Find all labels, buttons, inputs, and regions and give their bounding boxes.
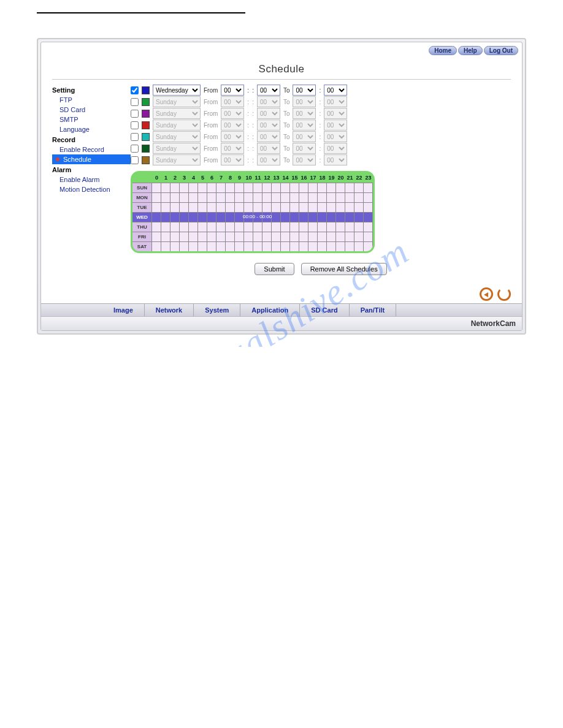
- cal-cell[interactable]: [345, 232, 354, 241]
- cal-cell[interactable]: [161, 212, 170, 222]
- cal-cell[interactable]: [308, 232, 318, 241]
- cal-cell[interactable]: [290, 202, 299, 212]
- cal-cell[interactable]: [198, 222, 207, 232]
- cal-cell[interactable]: [354, 232, 364, 241]
- cal-cell[interactable]: [161, 222, 170, 232]
- cal-cell[interactable]: [336, 241, 345, 251]
- from-h-select[interactable]: 00: [221, 96, 244, 107]
- cal-cell[interactable]: [308, 222, 318, 232]
- submit-button[interactable]: Submit: [255, 263, 294, 275]
- sidebar-item-language[interactable]: Language: [52, 124, 131, 134]
- cal-cell[interactable]: [364, 222, 373, 232]
- cal-cell[interactable]: [216, 183, 226, 192]
- cal-cell[interactable]: [161, 232, 170, 241]
- cal-cell[interactable]: [180, 212, 189, 222]
- from-h-select[interactable]: 00: [221, 131, 244, 142]
- cal-cell[interactable]: [281, 212, 290, 222]
- sidebar-item-motion-detection[interactable]: Motion Detection: [52, 184, 131, 194]
- cal-cell[interactable]: [152, 222, 161, 232]
- cal-cell[interactable]: [189, 192, 198, 202]
- cal-cell[interactable]: [198, 232, 207, 241]
- to-m-select[interactable]: 00: [324, 85, 347, 96]
- row-enable-checkbox[interactable]: [131, 98, 139, 106]
- cal-cell[interactable]: [272, 241, 281, 251]
- cal-cell[interactable]: [207, 232, 216, 241]
- cal-cell[interactable]: [318, 241, 327, 251]
- cal-cell[interactable]: [336, 232, 345, 241]
- tab-system[interactable]: System: [194, 304, 240, 316]
- cal-cell[interactable]: [253, 202, 262, 212]
- tab-network[interactable]: Network: [145, 304, 194, 316]
- cal-cell[interactable]: [364, 183, 373, 192]
- remove-all-button[interactable]: Remove All Schedules: [301, 263, 387, 275]
- cal-cell[interactable]: [364, 212, 373, 222]
- cal-cell[interactable]: [336, 192, 345, 202]
- cal-cell[interactable]: [244, 202, 253, 212]
- cal-cell[interactable]: [152, 192, 161, 202]
- day-select[interactable]: Sunday: [153, 119, 201, 131]
- cal-cell[interactable]: [198, 192, 207, 202]
- cal-cell[interactable]: [235, 192, 244, 202]
- cal-cell[interactable]: [253, 192, 262, 202]
- cal-cell[interactable]: [189, 212, 198, 222]
- cal-cell[interactable]: [281, 202, 290, 212]
- cal-cell[interactable]: [235, 241, 244, 251]
- cal-cell[interactable]: [253, 222, 262, 232]
- day-select[interactable]: Sunday: [153, 96, 201, 107]
- cal-cell[interactable]: [207, 183, 216, 192]
- sidebar-item-enable-alarm[interactable]: Enable Alarm: [52, 175, 131, 184]
- cal-cell[interactable]: [170, 241, 180, 251]
- cal-cell[interactable]: [244, 192, 253, 202]
- cal-cell[interactable]: [226, 222, 235, 232]
- cal-cell[interactable]: [354, 202, 364, 212]
- home-button[interactable]: Home: [429, 46, 457, 55]
- cal-cell[interactable]: [354, 192, 364, 202]
- cal-cell[interactable]: [170, 202, 180, 212]
- cal-cell[interactable]: [308, 241, 318, 251]
- cal-cell[interactable]: [290, 212, 299, 222]
- from-m-select[interactable]: 00: [257, 85, 280, 96]
- cal-cell[interactable]: [180, 202, 189, 212]
- cal-cell[interactable]: [345, 202, 354, 212]
- cal-cell[interactable]: [216, 192, 226, 202]
- cal-cell[interactable]: [290, 232, 299, 241]
- cal-cell[interactable]: [281, 222, 290, 232]
- cal-cell[interactable]: [272, 222, 281, 232]
- cal-cell[interactable]: [226, 232, 235, 241]
- cal-cell[interactable]: [226, 212, 235, 222]
- cal-cell[interactable]: [180, 241, 189, 251]
- cal-cell[interactable]: [299, 241, 308, 251]
- cal-cell[interactable]: [281, 183, 290, 192]
- from-h-select[interactable]: 00: [221, 108, 244, 119]
- to-m-select[interactable]: 00: [324, 131, 347, 142]
- cal-cell[interactable]: [152, 232, 161, 241]
- cal-cell[interactable]: [152, 183, 161, 192]
- refresh-icon[interactable]: [497, 287, 511, 301]
- cal-cell[interactable]: [189, 183, 198, 192]
- cal-cell[interactable]: [244, 222, 253, 232]
- cal-cell[interactable]: [235, 222, 244, 232]
- day-select[interactable]: Wednesday: [153, 85, 201, 96]
- cal-cell[interactable]: [327, 212, 336, 222]
- from-h-select[interactable]: 00: [221, 119, 244, 131]
- row-enable-checkbox[interactable]: [131, 110, 139, 118]
- tab-image[interactable]: Image: [102, 304, 145, 316]
- cal-cell[interactable]: [354, 222, 364, 232]
- sidebar-item-schedule[interactable]: Schedule: [52, 154, 131, 164]
- cal-cell[interactable]: [235, 183, 244, 192]
- cal-cell[interactable]: [262, 241, 272, 251]
- cal-cell[interactable]: [364, 192, 373, 202]
- cal-cell[interactable]: [272, 183, 281, 192]
- to-m-select[interactable]: 00: [324, 154, 347, 165]
- cal-cell[interactable]: [364, 232, 373, 241]
- cal-cell[interactable]: [180, 232, 189, 241]
- day-select[interactable]: Sunday: [153, 108, 201, 119]
- cal-cell[interactable]: [281, 192, 290, 202]
- cal-cell[interactable]: [253, 183, 262, 192]
- cal-cell[interactable]: [262, 222, 272, 232]
- cal-cell[interactable]: [253, 241, 262, 251]
- from-m-select[interactable]: 00: [257, 143, 280, 154]
- cal-cell[interactable]: [235, 202, 244, 212]
- day-select[interactable]: Sunday: [153, 143, 201, 154]
- cal-cell[interactable]: [364, 241, 373, 251]
